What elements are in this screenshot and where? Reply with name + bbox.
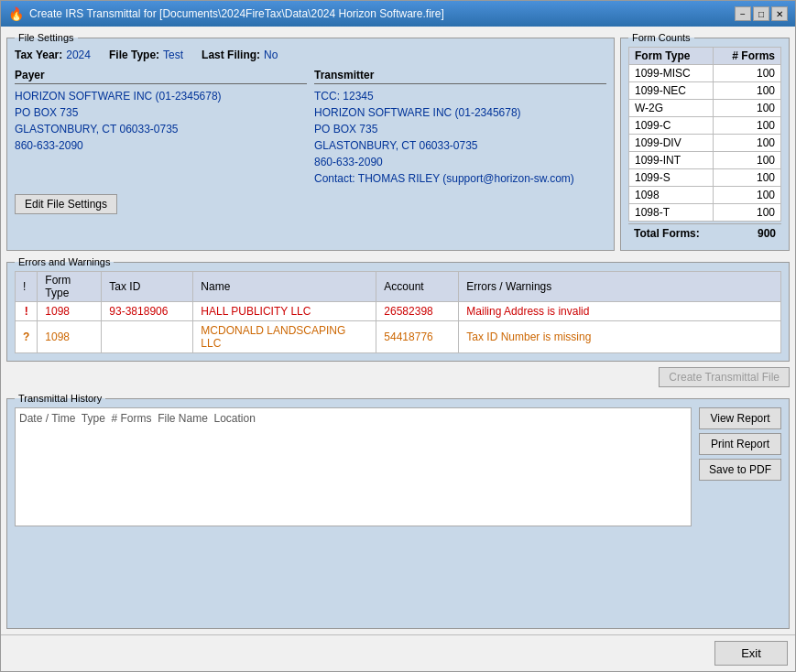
form-type-cell: 1099-MISC <box>629 65 714 82</box>
table-row: 1098 100 <box>629 187 781 204</box>
indicator-cell: ? <box>16 321 38 353</box>
tax-id-cell: 93-3818906 <box>102 302 193 321</box>
maximize-button[interactable]: □ <box>753 6 769 21</box>
num-forms-cell: 100 <box>713 65 780 82</box>
tax-id-cell <box>102 321 193 353</box>
num-forms-cell: 100 <box>713 82 780 100</box>
app-icon: 🔥 <box>8 6 24 21</box>
account-cell: 26582398 <box>376 302 459 321</box>
table-row: ? 1098 MCDONALD LANDSCAPING LLC 54418776… <box>16 321 781 353</box>
table-row: 1099-S 100 <box>629 169 781 187</box>
title-bar-left: 🔥 Create IRS Transmittal for [Documents\… <box>8 6 444 21</box>
col-account: Account <box>376 272 459 302</box>
table-row: W-2G 100 <box>629 100 781 117</box>
history-buttons: View Report Print Report Save to PDF <box>699 407 781 526</box>
file-type-value: Test <box>163 49 183 61</box>
payer-label: Payer <box>15 69 307 84</box>
table-row: 1098-T 100 <box>629 204 781 222</box>
payer-phone: 860-633-2090 <box>15 137 307 154</box>
table-row: 1099-NEC 100 <box>629 82 781 100</box>
minimize-button[interactable]: − <box>735 6 751 21</box>
num-forms-cell: 100 <box>713 169 780 187</box>
name-cell: MCDONALD LANDSCAPING LLC <box>193 321 376 353</box>
edit-file-settings-button[interactable]: Edit File Settings <box>15 194 117 214</box>
bottom-bar: Exit <box>1 634 795 671</box>
tax-year-label: Tax Year: <box>15 49 62 61</box>
form-type-cell: 1099-C <box>629 117 714 135</box>
close-button[interactable]: ✕ <box>771 6 788 21</box>
payer-address1: PO BOX 735 <box>15 104 307 121</box>
col-errors: Errors / Warnings <box>459 272 781 302</box>
history-textarea[interactable] <box>15 407 692 526</box>
print-report-button[interactable]: Print Report <box>699 433 781 455</box>
window-controls: − □ ✕ <box>735 6 788 21</box>
counts-total-row: Total Forms: 900 <box>628 223 781 243</box>
table-row: 1099-MISC 100 <box>629 65 781 82</box>
tax-year-item: Tax Year: 2024 <box>15 49 91 61</box>
col-header-num-forms: # Forms <box>713 48 780 65</box>
view-report-button[interactable]: View Report <box>699 407 781 429</box>
transmitter-phone: 860-633-2090 <box>314 154 606 170</box>
file-settings-legend: File Settings <box>15 32 78 43</box>
name-cell: HALL PUBLICITY LLC <box>193 302 376 321</box>
edit-btn-row: Edit File Settings <box>15 194 606 214</box>
form-type-cell: 1099-INT <box>629 152 714 169</box>
window-content: File Settings Tax Year: 2024 File Type: … <box>1 27 795 634</box>
total-value: 900 <box>758 227 776 240</box>
message-cell: Tax ID Number is missing <box>459 321 781 353</box>
file-header-row: Tax Year: 2024 File Type: Test Last Fili… <box>15 49 606 61</box>
col-indicator: ! <box>16 272 38 302</box>
col-tax-id: Tax ID <box>102 272 193 302</box>
form-type-cell: 1099-S <box>629 169 714 187</box>
form-type-cell: 1099-DIV <box>629 135 714 152</box>
errors-table: ! Form Type Tax ID Name Account Errors /… <box>15 271 781 353</box>
table-row: ! 1098 93-3818906 HALL PUBLICITY LLC 265… <box>16 302 781 321</box>
account-cell: 54418776 <box>376 321 459 353</box>
file-type-label: File Type: <box>109 49 159 61</box>
title-bar: 🔥 Create IRS Transmittal for [Documents\… <box>1 1 795 27</box>
top-section: File Settings Tax Year: 2024 File Type: … <box>6 32 790 251</box>
message-cell: Mailing Address is invalid <box>459 302 781 321</box>
num-forms-cell: 100 <box>713 100 780 117</box>
transmitter-address2: GLASTONBURY, CT 06033-0735 <box>314 137 606 154</box>
last-filing-item: Last Filing: No <box>202 49 278 61</box>
transmitter-label: Transmitter <box>314 69 606 84</box>
num-forms-cell: 100 <box>713 187 780 204</box>
transmitter-tcc: TCC: 12345 <box>314 88 606 104</box>
num-forms-cell: 100 <box>713 152 780 169</box>
num-forms-cell: 100 <box>713 135 780 152</box>
tax-year-value: 2024 <box>66 49 91 61</box>
history-content: View Report Print Report Save to PDF <box>15 407 781 526</box>
form-type-cell: W-2G <box>629 100 714 117</box>
transmitter-column: Transmitter TCC: 12345 HORIZON SOFTWARE … <box>314 69 606 187</box>
payer-info: HORIZON SOFTWARE INC (01-2345678) PO BOX… <box>15 88 307 154</box>
payer-name: HORIZON SOFTWARE INC (01-2345678) <box>15 88 307 104</box>
payer-transmitter-section: Payer HORIZON SOFTWARE INC (01-2345678) … <box>15 69 606 187</box>
form-counts-legend: Form Counts <box>628 32 694 43</box>
form-counts-panel: Form Counts Form Type # Forms 1099-MISC … <box>620 32 790 251</box>
col-header-form-type: Form Type <box>629 48 714 65</box>
create-transmittal-row: Create Transmittal File <box>6 367 790 387</box>
num-forms-cell: 100 <box>713 117 780 135</box>
total-label: Total Forms: <box>634 227 700 240</box>
file-settings-panel: File Settings Tax Year: 2024 File Type: … <box>6 32 615 251</box>
indicator-cell: ! <box>16 302 38 321</box>
table-row: 1099-INT 100 <box>629 152 781 169</box>
create-transmittal-button[interactable]: Create Transmittal File <box>659 367 790 387</box>
transmitter-info: TCC: 12345 HORIZON SOFTWARE INC (01-2345… <box>314 88 606 187</box>
window-title: Create IRS Transmittal for [Documents\20… <box>29 7 444 20</box>
transmitter-contact: Contact: THOMAS RILEY (support@horizon-s… <box>314 170 606 187</box>
form-type-cell: 1099-NEC <box>629 82 714 100</box>
form-type-cell: 1098 <box>629 187 714 204</box>
transmitter-name: HORIZON SOFTWARE INC (01-2345678) <box>314 104 606 121</box>
transmitter-address1: PO BOX 735 <box>314 121 606 137</box>
form-type-cell: 1098 <box>38 302 102 321</box>
form-counts-table: Form Type # Forms 1099-MISC 100 1099-NEC… <box>628 47 781 222</box>
transmittal-history-panel: Transmittal History View Report Print Re… <box>6 393 790 629</box>
last-filing-label: Last Filing: <box>202 49 260 61</box>
save-to-pdf-button[interactable]: Save to PDF <box>699 459 781 481</box>
col-form-type: Form Type <box>38 272 102 302</box>
errors-warnings-legend: Errors and Warnings <box>15 256 114 267</box>
exit-button[interactable]: Exit <box>714 641 788 666</box>
num-forms-cell: 100 <box>713 204 780 222</box>
